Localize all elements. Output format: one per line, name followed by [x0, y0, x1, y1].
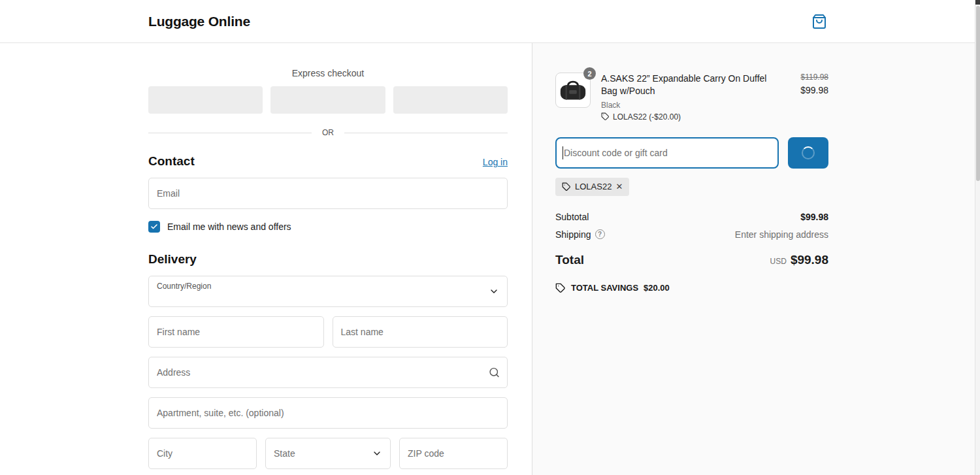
- shipping-label: Shipping: [555, 229, 591, 240]
- current-price: $99.98: [800, 85, 828, 95]
- scrollbar-top-mark: [975, 0, 980, 5]
- savings-value: $20.00: [644, 283, 670, 293]
- newsletter-checkbox[interactable]: [148, 221, 160, 233]
- chevron-down-icon: [372, 448, 382, 459]
- delivery-heading: Delivery: [148, 252, 197, 267]
- last-name-input[interactable]: [333, 316, 508, 348]
- email-input[interactable]: [148, 178, 508, 209]
- chevron-down-icon: [489, 286, 499, 297]
- subtotal-label: Subtotal: [555, 212, 589, 222]
- first-name-input[interactable]: [148, 316, 324, 348]
- cart-button[interactable]: [811, 14, 827, 29]
- text-caret: [563, 146, 563, 159]
- scrollbar-thumb[interactable]: [976, 6, 980, 181]
- checkout-page: Luggage Online Express checkout: [0, 0, 980, 475]
- shipping-value: Enter shipping address: [735, 229, 828, 240]
- search-icon: [489, 367, 500, 378]
- total-row: Total USD$99.98: [555, 253, 828, 267]
- or-label: OR: [322, 128, 334, 137]
- address-input[interactable]: [148, 357, 508, 388]
- express-pay-button-2[interactable]: [270, 86, 385, 114]
- express-checkout-title: Express checkout: [148, 68, 508, 78]
- apply-discount-button[interactable]: [788, 137, 828, 169]
- store-name[interactable]: Luggage Online: [148, 14, 250, 29]
- newsletter-opt-in[interactable]: Email me with news and offers: [148, 221, 508, 233]
- subtotal-value: $99.98: [800, 212, 828, 222]
- applied-discount-chip: LOLAS22 ✕: [555, 178, 629, 196]
- total-savings-row: TOTAL SAVINGS $20.00: [555, 283, 828, 293]
- line-item-discount: LOLAS22 (-$20.00): [601, 112, 790, 122]
- express-checkout-buttons: [148, 86, 508, 114]
- applied-discount-code: LOLAS22: [575, 182, 612, 191]
- product-title: A.SAKS 22” Expandable Carry On Duffel Ba…: [601, 73, 772, 97]
- city-input[interactable]: [148, 438, 257, 469]
- checkout-header: Luggage Online: [0, 0, 980, 43]
- zip-input[interactable]: [399, 438, 508, 469]
- checkmark-icon: [150, 223, 158, 231]
- total-label: Total: [555, 253, 584, 267]
- total-value: $99.98: [791, 253, 828, 267]
- country-select[interactable]: Country/Region: [148, 276, 508, 307]
- tag-icon: [562, 182, 571, 191]
- subtotal-row: Subtotal $99.98: [555, 212, 828, 222]
- or-divider: OR: [148, 128, 508, 137]
- loading-spinner-icon: [802, 146, 815, 159]
- cart-bag-icon: [811, 14, 827, 29]
- state-label: State: [274, 448, 295, 459]
- contact-heading: Contact: [148, 154, 195, 169]
- express-pay-button-1[interactable]: [148, 86, 263, 114]
- product-variant: Black: [601, 101, 790, 110]
- line-item-discount-label: LOLAS22 (-$20.00): [613, 112, 681, 122]
- login-link[interactable]: Log in: [483, 157, 508, 167]
- page-scrollbar[interactable]: [975, 0, 980, 475]
- apartment-input[interactable]: [148, 397, 508, 429]
- order-summary-panel: 2 A.SAKS 22” Expandable Carry On Duffel …: [532, 43, 980, 475]
- remove-discount-button[interactable]: ✕: [615, 182, 623, 191]
- help-circle-icon[interactable]: ?: [595, 229, 605, 239]
- tag-icon: [601, 112, 610, 121]
- tag-icon: [555, 283, 566, 293]
- country-label: Country/Region: [157, 282, 211, 291]
- original-price: $119.98: [800, 73, 828, 82]
- checkout-form-panel: Express checkout OR Contact Log in: [0, 43, 532, 475]
- express-pay-button-3[interactable]: [393, 86, 508, 114]
- quantity-badge: 2: [583, 67, 596, 80]
- duffel-bag-image: [558, 75, 588, 105]
- product-thumbnail: 2: [555, 73, 591, 108]
- savings-label: TOTAL SAVINGS: [571, 283, 638, 293]
- shipping-row: Shipping ? Enter shipping address: [555, 229, 828, 240]
- cart-line-item: 2 A.SAKS 22” Expandable Carry On Duffel …: [555, 73, 828, 122]
- state-select[interactable]: State: [265, 438, 391, 469]
- newsletter-label: Email me with news and offers: [167, 221, 291, 232]
- currency-code: USD: [770, 257, 787, 266]
- discount-code-input[interactable]: [555, 137, 779, 169]
